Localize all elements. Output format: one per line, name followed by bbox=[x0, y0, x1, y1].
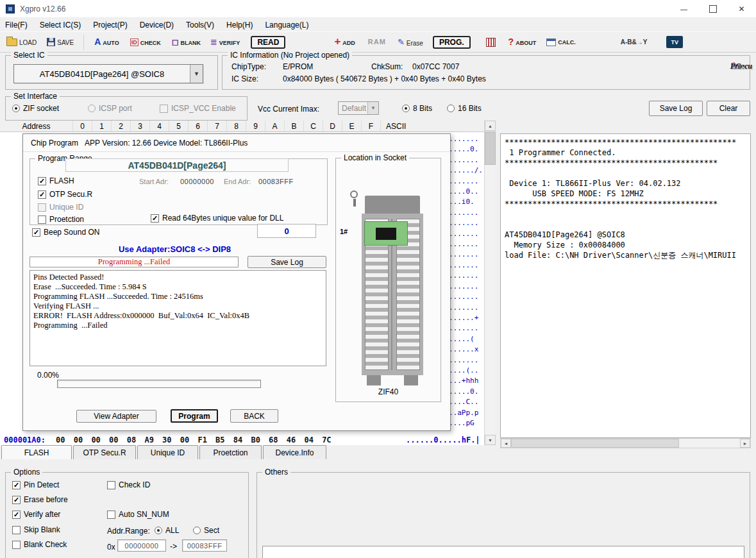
protection-checkbox[interactable]: Proetction bbox=[38, 215, 84, 224]
zif-socket-radio[interactable]: ZIF socket bbox=[12, 104, 59, 113]
checkbox-box bbox=[107, 511, 115, 519]
8-bits-radio[interactable]: 8 Bits bbox=[402, 104, 432, 113]
read64-checkbox[interactable]: Read 64Bytes unique value for DLL bbox=[151, 214, 283, 223]
scroll-left-arrow[interactable] bbox=[501, 439, 511, 448]
icsp-port-radio[interactable]: ICSP port bbox=[88, 104, 132, 113]
ic-combobox[interactable]: AT45DB041D[Page264] @SOIC8 bbox=[13, 64, 203, 83]
menu-select-ic[interactable]: Select IC(S) bbox=[40, 21, 81, 30]
hex-ascii-fragment: ..aPp.p bbox=[449, 408, 483, 418]
console-line bbox=[505, 219, 746, 230]
hex-ascii-fragment: .....0. bbox=[449, 387, 483, 397]
check-id-button[interactable]: CHECK bbox=[130, 37, 161, 47]
app-icon bbox=[6, 4, 15, 13]
blank-check-label: Blank Check bbox=[24, 540, 67, 549]
erase-button[interactable]: Erase bbox=[398, 38, 423, 47]
set-interface-group: Set Interface ZIF socket ICSP port ICSP_… bbox=[5, 96, 248, 121]
pin-detect-checkbox[interactable]: Pin Detect bbox=[12, 480, 59, 489]
auto-sn-label: Auto SN_NUM bbox=[119, 510, 169, 519]
ram-button[interactable]: RAM bbox=[368, 38, 386, 46]
program-button[interactable]: PROG. bbox=[433, 36, 471, 49]
logic-test-button[interactable]: A-B&→Y bbox=[621, 38, 648, 46]
check-id-checkbox[interactable]: Check ID bbox=[107, 480, 150, 489]
menu-device[interactable]: Device(D) bbox=[140, 21, 174, 30]
blank-check-button[interactable]: BLANK bbox=[172, 38, 201, 47]
verify-button[interactable]: VERIFY bbox=[210, 38, 240, 47]
chip-test-button[interactable] bbox=[486, 38, 496, 47]
zif-socket-top bbox=[365, 196, 420, 215]
chip-grill-icon bbox=[486, 38, 496, 47]
save-button[interactable]: SAVE bbox=[47, 38, 74, 46]
tab-flash[interactable]: FLASH bbox=[1, 445, 72, 459]
close-button[interactable] bbox=[727, 0, 756, 17]
tab-otp-secur[interactable]: OTP Secu.R bbox=[73, 445, 136, 459]
otp-secur-checkbox[interactable]: OTP Secu.R bbox=[38, 190, 92, 199]
hex-ascii-fragment: ....C.. bbox=[449, 397, 483, 407]
menu-file[interactable]: File(F) bbox=[5, 21, 28, 30]
radio-dot bbox=[447, 105, 455, 112]
range-from-input[interactable]: 00000000 bbox=[117, 539, 166, 552]
beep-sound-checkbox[interactable]: Beep Sound ON bbox=[32, 228, 99, 237]
scroll-thumb[interactable] bbox=[511, 439, 679, 448]
program-start-button[interactable]: Program bbox=[171, 409, 218, 423]
about-button[interactable]: ABOUT bbox=[508, 37, 537, 47]
flash-checkbox[interactable]: FLASH bbox=[38, 176, 74, 185]
16-bits-radio[interactable]: 16 Bits bbox=[447, 104, 482, 113]
calc-button[interactable]: CALC. bbox=[546, 38, 576, 46]
addr-range-all-radio[interactable]: ALL bbox=[155, 526, 179, 535]
read-button[interactable]: READ bbox=[251, 36, 285, 49]
chevron-down-icon[interactable] bbox=[190, 65, 203, 83]
skip-blank-checkbox[interactable]: Skip Blank bbox=[12, 525, 60, 534]
hex-vertical-scrollbar[interactable] bbox=[484, 121, 495, 445]
plus-icon bbox=[334, 37, 340, 47]
hex-header-col-b: B bbox=[285, 121, 304, 131]
tab-unique-id[interactable]: Unique ID bbox=[137, 445, 198, 459]
zif-lever-icon bbox=[350, 190, 358, 198]
range-arrow-label: -> bbox=[170, 542, 177, 551]
scroll-right-arrow[interactable] bbox=[740, 439, 750, 448]
clear-button[interactable]: Clear bbox=[707, 101, 750, 116]
menu-tools[interactable]: Tools(V) bbox=[186, 21, 214, 30]
tab-device-info[interactable]: Device.Info bbox=[263, 445, 326, 459]
erase-before-checkbox[interactable]: Erase before bbox=[12, 495, 68, 504]
range-to-input[interactable]: 00083FFF bbox=[182, 539, 227, 552]
blank-check-checkbox[interactable]: Blank Check bbox=[12, 540, 67, 549]
menu-help[interactable]: Help(H) bbox=[226, 21, 253, 30]
icsp-vcc-checkbox[interactable]: ICSP_VCC Enable bbox=[160, 104, 236, 113]
unique-id-checkbox[interactable]: Unique ID bbox=[38, 203, 83, 212]
zif-socket-label: ZIF socket bbox=[23, 104, 59, 113]
dialog-save-log-button[interactable]: Save Log bbox=[248, 256, 326, 268]
options-group: Options Pin Detect Check ID Erase before… bbox=[5, 472, 249, 558]
addr-range-sect-radio[interactable]: Sect bbox=[193, 526, 219, 535]
auto-button[interactable]: AUTO bbox=[94, 37, 119, 47]
scroll-up-arrow[interactable] bbox=[485, 121, 496, 131]
tv-button[interactable]: TV bbox=[666, 36, 683, 48]
add-button[interactable]: ADD bbox=[334, 37, 355, 47]
console-line: ****************************************… bbox=[505, 137, 746, 148]
vcc-imax-dropdown[interactable]: Default bbox=[338, 101, 379, 115]
view-adapter-button[interactable]: View Adapter bbox=[76, 410, 156, 423]
save-log-button[interactable]: Save Log bbox=[649, 101, 703, 116]
minimize-button[interactable] bbox=[669, 0, 698, 17]
verify-icon bbox=[210, 38, 217, 47]
all-label: ALL bbox=[165, 526, 179, 535]
menu-language[interactable]: Language(L) bbox=[265, 21, 308, 30]
otp-secur-label: OTP Secu.R bbox=[49, 190, 92, 199]
hex-header-col-4: 4 bbox=[150, 121, 169, 131]
hex-header-col-7: 7 bbox=[208, 121, 227, 131]
program-count-field[interactable]: 0 bbox=[257, 224, 316, 238]
hex-row[interactable]: 000001A0: 00 00 00 00 08 A9 30 00 F1 B5 … bbox=[0, 434, 484, 445]
auto-sn-checkbox[interactable]: Auto SN_NUM bbox=[107, 510, 169, 519]
load-button[interactable]: LOAD bbox=[6, 38, 37, 46]
verify-after-checkbox[interactable]: Verify after bbox=[12, 510, 60, 519]
skip-blank-label: Skip Blank bbox=[24, 525, 60, 534]
menu-bar: File(F) Select IC(S) Project(P) Device(D… bbox=[0, 18, 756, 31]
hex-header-row: Address 0 1 2 3 4 5 6 7 8 9 A B C D E F … bbox=[0, 121, 484, 132]
scroll-down-arrow[interactable] bbox=[485, 435, 496, 445]
maximize-button[interactable] bbox=[698, 0, 727, 17]
back-button[interactable]: BACK bbox=[230, 409, 278, 423]
menu-project[interactable]: Project(P) bbox=[93, 21, 127, 30]
console-horizontal-scrollbar[interactable] bbox=[500, 438, 751, 448]
chevron-down-icon[interactable] bbox=[367, 102, 378, 114]
scroll-thumb[interactable] bbox=[485, 131, 496, 165]
tab-protection[interactable]: Proetction bbox=[199, 445, 262, 459]
